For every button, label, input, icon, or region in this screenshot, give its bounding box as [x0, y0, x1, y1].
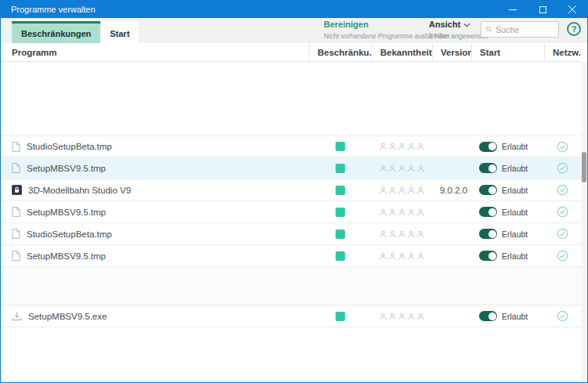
help-button[interactable] [567, 22, 581, 36]
file-icon [12, 142, 20, 152]
restriction-badge[interactable] [336, 208, 345, 217]
app-window: Programme verwalten Beschränkungen Start… [0, 0, 588, 383]
network-allowed-icon[interactable] [557, 184, 568, 196]
view-label: Ansicht [429, 20, 460, 30]
person-icon [388, 312, 397, 321]
person-icon [379, 164, 387, 173]
search-box[interactable] [481, 21, 559, 38]
start-toggle[interactable] [479, 163, 497, 173]
person-icon [379, 251, 387, 261]
toggle-knob [488, 208, 496, 216]
window-title: Programme verwalten [1, 5, 498, 14]
check-circle-icon [557, 228, 568, 240]
start-toggle[interactable] [479, 311, 497, 321]
person-icon [388, 208, 397, 217]
row-group-2: SetupMBSV9.5.exe Erlaubt [1, 305, 581, 327]
popularity-rating [372, 157, 432, 179]
popularity-rating [372, 305, 432, 327]
column-header-beschraenkung[interactable]: Beschränku... [309, 43, 372, 61]
network-allowed-icon[interactable] [557, 310, 568, 322]
program-name: SetupMBSV9.5.tmp [27, 208, 106, 217]
restriction-badge[interactable] [336, 312, 345, 321]
restriction-badge[interactable] [336, 164, 345, 173]
popularity-rating [372, 201, 432, 222]
program-name: SetupMBSV9.5.tmp [27, 251, 106, 261]
table-row[interactable]: StudioSetupBeta.tmp Erlaubt [1, 223, 581, 245]
toggle-knob [488, 313, 496, 320]
table-row[interactable]: SetupMBSV9.5.tmp Erlaubt [1, 201, 581, 223]
person-icon [416, 208, 425, 217]
tab-start[interactable]: Start [100, 21, 139, 43]
maximize-icon [539, 6, 546, 13]
person-icon [388, 142, 397, 151]
start-label: Erlaubt [502, 312, 528, 321]
network-allowed-icon[interactable] [557, 141, 568, 153]
scrollbar-thumb[interactable] [582, 152, 586, 182]
person-icon [407, 208, 416, 217]
table-row[interactable]: StudioSetupBeta.tmp Erlaubt [1, 135, 581, 157]
maximize-button[interactable] [528, 1, 557, 18]
table-row[interactable]: SetupMBSV9.5.exe Erlaubt [1, 305, 581, 327]
table-row[interactable]: SetupMBSV9.5.tmp Erlaubt [1, 245, 581, 267]
network-allowed-icon[interactable] [557, 206, 568, 218]
file-icon [12, 163, 20, 173]
toggle-knob [488, 143, 496, 150]
search-input[interactable] [495, 25, 554, 34]
person-icon [379, 142, 387, 151]
person-icon [397, 312, 406, 321]
person-icon [397, 186, 406, 195]
check-circle-icon [557, 184, 568, 196]
start-toggle[interactable] [479, 251, 497, 261]
table-content: StudioSetupBeta.tmp Erlaubt SetupMBSV9.5… [1, 62, 587, 382]
program-name: StudioSetupBeta.tmp [27, 142, 112, 151]
minimize-button[interactable] [498, 1, 528, 18]
start-toggle[interactable] [479, 185, 497, 195]
column-header-version[interactable]: Version [432, 43, 471, 61]
table-row[interactable]: SetupMBSV9.5.tmp Erlaubt [1, 157, 581, 179]
start-toggle[interactable] [479, 229, 497, 239]
network-allowed-icon[interactable] [557, 228, 568, 240]
start-toggle[interactable] [479, 207, 497, 217]
column-header-start[interactable]: Start [471, 43, 544, 61]
network-allowed-icon[interactable] [557, 162, 568, 174]
view-menu-button[interactable]: Ansicht 2 Filter angewendet [429, 20, 488, 42]
person-icon [416, 251, 425, 261]
column-header-bekanntheit[interactable]: Bekanntheit... [372, 43, 432, 61]
scrollbar-track[interactable] [581, 62, 587, 382]
restriction-badge[interactable] [336, 142, 345, 151]
person-icon [416, 229, 425, 239]
table-body: StudioSetupBeta.tmp Erlaubt SetupMBSV9.5… [1, 62, 581, 327]
person-icon [416, 186, 425, 195]
start-label: Erlaubt [502, 164, 528, 173]
start-label: Erlaubt [502, 186, 528, 195]
tab-beschraenkungen[interactable]: Beschränkungen [12, 21, 100, 43]
check-circle-icon [557, 141, 568, 153]
restriction-badge[interactable] [336, 229, 345, 239]
network-allowed-icon[interactable] [557, 250, 568, 262]
start-toggle[interactable] [479, 142, 497, 152]
title-bar: Programme verwalten [1, 1, 587, 18]
popularity-rating [372, 136, 432, 157]
check-circle-icon [557, 310, 568, 322]
restriction-badge[interactable] [336, 251, 345, 261]
person-icon [407, 229, 416, 239]
installer-icon [12, 312, 22, 321]
column-header-netzwerk[interactable]: Netzw... [544, 43, 581, 61]
check-circle-icon [557, 162, 568, 174]
close-button[interactable] [557, 1, 587, 18]
person-icon [397, 164, 406, 173]
program-name: 3D-Modellbahn Studio V9 [28, 186, 131, 195]
column-header-programm[interactable]: Programm [1, 43, 309, 61]
restriction-badge[interactable] [336, 186, 345, 195]
start-label: Erlaubt [502, 229, 528, 239]
person-icon [379, 186, 387, 195]
file-icon [12, 251, 20, 261]
tab-label: Beschränkungen [21, 29, 91, 38]
toggle-knob [488, 230, 496, 238]
table-row[interactable]: 3D-Modellbahn Studio V9 9.0.2.0 Erlaubt [1, 179, 581, 201]
toggle-knob [488, 252, 496, 260]
person-icon [379, 229, 387, 239]
view-filter-status: 2 Filter angewendet [429, 31, 488, 42]
person-icon [397, 229, 406, 239]
file-icon [12, 229, 20, 239]
